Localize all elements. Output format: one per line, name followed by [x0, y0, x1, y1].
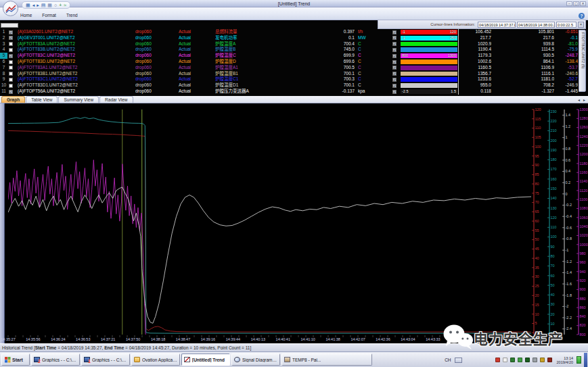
- tab-scroll-left-icon[interactable]: ◂: [578, 97, 580, 102]
- taskbar-button-graphics-c-ovati[interactable]: 2Graphics - - C:\Ovati...: [31, 353, 80, 366]
- scale-checkbox[interactable]: [392, 48, 397, 52]
- visibility-checkbox[interactable]: [9, 66, 13, 70]
- visibility-checkbox[interactable]: [9, 84, 13, 88]
- trend-plot[interactable]: 1201151101051009590858075706560555045403…: [0, 103, 588, 343]
- scale-checkbox[interactable]: [392, 66, 397, 70]
- visibility-checkbox[interactable]: [9, 90, 13, 94]
- svg-text:1.4: 1.4: [566, 113, 571, 117]
- svg-text:840: 840: [580, 314, 586, 318]
- maximize-button[interactable]: ▢: [573, 1, 579, 6]
- scale-checkbox[interactable]: [392, 36, 397, 40]
- tray-red-icon[interactable]: [495, 358, 500, 362]
- delta-value: -0.651: [551, 29, 578, 35]
- start-button[interactable]: Start: [1, 353, 30, 366]
- scale-checkbox[interactable]: [392, 78, 397, 82]
- visibility-checkbox[interactable]: [9, 36, 13, 40]
- table-row[interactable]: 10(A)FTOTT83D1.UNIT2@NET2drop060Actual炉膛…: [0, 82, 579, 89]
- scale-checkbox[interactable]: [392, 90, 397, 94]
- svg-text:1260: 1260: [580, 125, 588, 129]
- visibility-checkbox[interactable]: [9, 30, 13, 34]
- zoom-icon[interactable]: ○: [54, 2, 57, 8]
- table-row[interactable]: 6(A)FTOTT83D.UNIT2@NET2drop060Actual炉膛温度…: [0, 59, 579, 65]
- trend-line-icon[interactable]: ≈: [64, 2, 66, 8]
- scale-max: 250: [450, 36, 456, 41]
- menu-format[interactable]: Format: [41, 13, 58, 18]
- point-name: (A)03A02601.UNIT2@NET2: [18, 29, 134, 35]
- cursor-info-close-button[interactable]: ×: [578, 22, 584, 28]
- current-value: 745.0: [317, 47, 355, 53]
- minimize-button[interactable]: –: [566, 1, 572, 6]
- cursor-time-1-field[interactable]: 04/18/2019 14:37:37.800: [478, 22, 516, 28]
- tab-table-view[interactable]: Table View: [26, 96, 58, 103]
- svg-text:940: 940: [580, 270, 586, 274]
- tray-flag-icon[interactable]: [503, 358, 507, 362]
- table-row[interactable]: 3(A)FTOTT83A.UNIT2@NET2drop060Actual炉膛温度…: [0, 41, 579, 47]
- tray-darkred-icon[interactable]: [547, 358, 552, 362]
- cursor-time-2-field[interactable]: 04/18/2019 14:38:00.300: [517, 22, 555, 28]
- tab-radar-view[interactable]: Radar View: [99, 96, 133, 103]
- mode-label: Actual: [179, 29, 214, 35]
- visibility-checkbox[interactable]: [9, 72, 13, 76]
- tab-summary-view[interactable]: Summary View: [58, 96, 99, 103]
- tray-gray-icon[interactable]: [533, 358, 537, 362]
- scale-checkbox[interactable]: [392, 60, 397, 64]
- table-row[interactable]: 9(A)FTOTT83C1.UNIT2@NET2drop060Actual炉膛温…: [0, 76, 579, 82]
- close-button[interactable]: ✕: [580, 1, 586, 6]
- cursor1-value: 1179.3: [464, 53, 491, 59]
- forward-icon[interactable]: ▸: [37, 2, 39, 8]
- taskbar-button-signal-diagram-viewe[interactable]: Signal Diagram Viewe...: [231, 353, 280, 366]
- tray-green-dark-icon[interactable]: [510, 358, 515, 362]
- scale-checkbox[interactable]: [392, 72, 397, 76]
- svg-text:1060: 1060: [580, 216, 588, 220]
- add-icon[interactable]: +: [59, 2, 62, 8]
- cursor2-value: 105.801: [526, 29, 554, 35]
- signal-table: 1(A)03A02601.UNIT2@NET2drop060Actual总燃料流…: [0, 22, 588, 96]
- visibility-checkbox[interactable]: [9, 42, 13, 46]
- visibility-checkbox[interactable]: [9, 60, 13, 64]
- visibility-checkbox[interactable]: [9, 48, 13, 52]
- taskbar-button-untitled-trend[interactable]: [Untitled] Trend: [181, 353, 230, 366]
- taskbar-button-temp8-pai[interactable]: TEMP8 - Pai...: [281, 353, 372, 366]
- export-icon[interactable]: ▤: [41, 2, 46, 8]
- taskbar-button-ovation-applications[interactable]: Ovation Applications: [131, 353, 180, 366]
- language-indicator[interactable]: CH: [443, 358, 452, 362]
- cursor2-value: 708.2: [526, 82, 554, 89]
- cursor1-value: 217.7: [464, 35, 491, 41]
- visibility-checkbox[interactable]: [9, 78, 13, 82]
- tab-scroll-right-icon[interactable]: ▸: [583, 97, 585, 102]
- table-row[interactable]: 5(A)FTOTT83C.UNIT2@NET2drop060Actual炉膛温度…: [0, 53, 579, 59]
- show-desktop-icon[interactable]: [576, 356, 581, 364]
- back-icon[interactable]: ◂: [32, 2, 35, 8]
- delta-value: -138.4: [551, 59, 578, 65]
- taskbar-button-graphics-c-ovati[interactable]: 1Graphics - - C:\Ovati...: [81, 353, 130, 366]
- svg-text:230: 230: [551, 109, 557, 114]
- table-row[interactable]: 1(A)03A02601.UNIT2@NET2drop060Actual总燃料流…: [0, 29, 579, 35]
- menu-trend[interactable]: Trend: [65, 13, 79, 18]
- table-row[interactable]: 4(A)FTOTT83B.UNIT2@NET2drop060Actual炉膛温度…: [0, 47, 579, 53]
- menu-home[interactable]: Home: [19, 13, 33, 18]
- tray-yellow-icon[interactable]: [540, 358, 545, 362]
- svg-text:1020: 1020: [580, 233, 588, 237]
- scale-checkbox[interactable]: [392, 54, 397, 58]
- point-description: 发电机功率: [215, 35, 315, 41]
- drop-name: drop060: [135, 41, 177, 47]
- paint-icon: [284, 357, 290, 362]
- svg-text:1080: 1080: [580, 206, 588, 210]
- table-row[interactable]: 7(A)FTOTT83A1.UNIT2@NET2drop060Actual炉膛温…: [0, 65, 579, 71]
- table-row[interactable]: 2(A)GEV3T001.UNIT2@NET2drop060Actual发电机功…: [0, 35, 579, 41]
- table-row[interactable]: 11(A)FTOPT56A.UNIT2@NET2drop060Actual炉膛压…: [0, 89, 579, 95]
- tray-green-deep-icon[interactable]: [525, 358, 530, 362]
- chart-icon[interactable]: ▦: [26, 2, 30, 8]
- grid-icon[interactable]: ▦: [47, 2, 52, 8]
- docked-panel-tab[interactable]: FTOTT83C.UNIT2 (5): [579, 30, 586, 92]
- table-row[interactable]: 8(A)FTOTT83B1.UNIT2@NET2drop060Actual炉膛温…: [0, 71, 579, 77]
- help-icon[interactable]: ?: [579, 13, 585, 19]
- scale-checkbox[interactable]: [392, 84, 397, 88]
- tray-green-icon[interactable]: [518, 358, 522, 362]
- visibility-checkbox[interactable]: [9, 54, 13, 58]
- keyboard-icon[interactable]: [455, 358, 462, 363]
- scale-checkbox[interactable]: [392, 42, 397, 46]
- tab-graph[interactable]: Graph: [1, 96, 25, 103]
- scale-checkbox[interactable]: [392, 30, 397, 34]
- app-logo-button[interactable]: [3, 1, 18, 16]
